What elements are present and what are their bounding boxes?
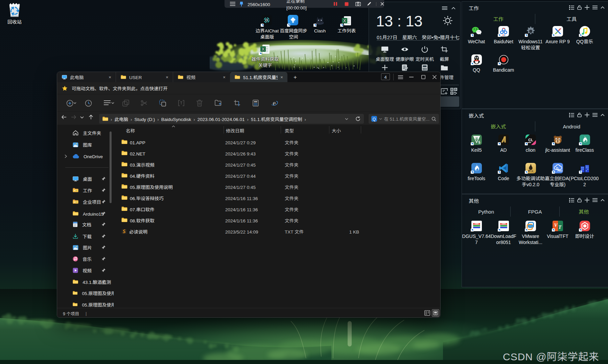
svg-text:5: 5 (478, 141, 480, 144)
svg-text:PRO: PRO (557, 170, 562, 172)
svg-text:DWIN: DWIN (474, 223, 479, 225)
svg-text:DWIN: DWIN (501, 223, 506, 225)
svg-text:野火: 野火 (528, 169, 534, 173)
svg-text:X: X (343, 19, 346, 23)
svg-text:V: V (554, 222, 558, 228)
svg-text:CL: CL (528, 138, 533, 142)
svg-text:T: T (558, 224, 562, 230)
svg-text:X: X (262, 47, 264, 52)
